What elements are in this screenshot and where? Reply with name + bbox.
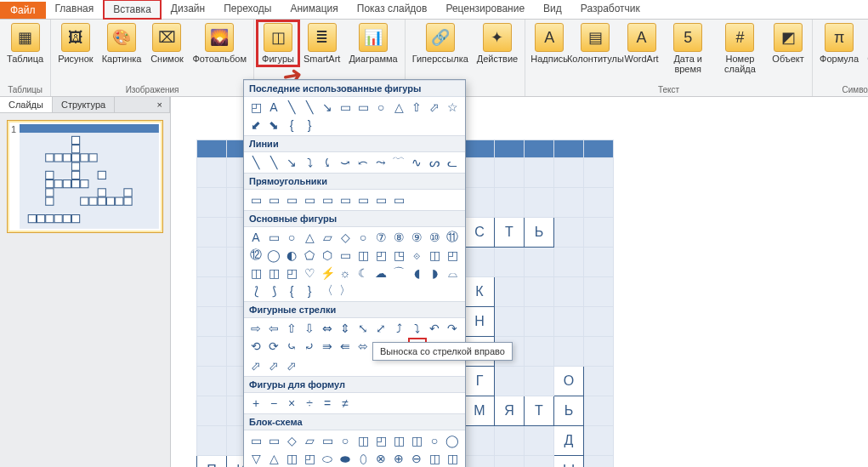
shape-item[interactable]: ⤻ — [337, 154, 354, 171]
shape-item[interactable]: ♡ — [301, 265, 318, 282]
shape-item[interactable]: ☆ — [444, 99, 461, 116]
shape-item[interactable]: ◳ — [390, 247, 407, 264]
shape-item[interactable]: ☾ — [355, 265, 372, 282]
shape-item[interactable]: ⌓ — [444, 265, 461, 282]
shape-item[interactable]: ◖ — [408, 265, 425, 282]
shape-item[interactable]: ⟅ — [247, 282, 264, 299]
shape-item[interactable]: = — [319, 395, 336, 412]
shape-item[interactable]: ⊕ — [390, 450, 407, 467]
tab-анимация[interactable]: Анимация — [281, 0, 347, 20]
shape-item[interactable]: A — [265, 99, 282, 116]
shape-item[interactable]: ↘ — [319, 99, 336, 116]
shape-item[interactable]: ᓚ — [444, 154, 461, 171]
shape-item[interactable]: ▭ — [337, 191, 354, 208]
table-button[interactable]: ▦Таблица — [3, 21, 47, 65]
shape-item[interactable]: ◇ — [337, 229, 354, 246]
shape-item[interactable]: ☼ — [337, 265, 354, 282]
shape-item[interactable]: ○ — [283, 229, 300, 246]
shape-item[interactable]: ▭ — [390, 191, 407, 208]
album-button[interactable]: 🌄Фотоальбом — [189, 21, 250, 65]
shape-item[interactable]: ◰ — [247, 99, 264, 116]
shape-item[interactable]: △ — [301, 229, 318, 246]
shape-item[interactable]: ▭ — [247, 191, 264, 208]
shape-item[interactable]: ◫ — [390, 432, 407, 449]
tab-outline[interactable]: Структура — [53, 97, 115, 112]
shape-item[interactable]: ▭ — [372, 191, 389, 208]
slidenum-button[interactable]: #Номер слайда — [714, 21, 766, 76]
shape-item[interactable]: ◫ — [265, 265, 282, 282]
shape-item[interactable]: ⬋ — [247, 117, 264, 134]
shape-item[interactable]: ⚡ — [319, 265, 336, 282]
close-icon[interactable]: × — [150, 97, 170, 112]
shape-item[interactable]: ○ — [426, 432, 443, 449]
shape-item[interactable]: ⤵ — [301, 154, 318, 171]
shape-item[interactable]: ﹋ — [390, 154, 407, 171]
shape-item[interactable]: ⬭ — [319, 450, 336, 467]
shape-item[interactable]: ⇦ — [265, 320, 282, 337]
shape-item[interactable]: ◰ — [372, 432, 389, 449]
shape-item[interactable]: ⑪ — [444, 229, 461, 246]
shape-item[interactable]: ◫ — [426, 450, 443, 467]
action-button[interactable]: ✦Действие — [474, 21, 521, 65]
shape-item[interactable]: ◐ — [283, 247, 300, 264]
shape-item[interactable]: ▱ — [301, 432, 318, 449]
shape-item[interactable]: ◫ — [247, 265, 264, 282]
shape-item[interactable]: ◫ — [444, 450, 461, 467]
crossword-cell[interactable]: П — [197, 456, 227, 468]
shape-item[interactable]: ↘ — [283, 154, 300, 171]
shape-item[interactable]: ◯ — [265, 247, 282, 264]
tab-slides[interactable]: Слайды — [0, 97, 53, 112]
shape-item[interactable]: A — [247, 229, 264, 246]
shape-item[interactable]: ⬀ — [426, 99, 443, 116]
shape-item[interactable]: ⊗ — [372, 450, 389, 467]
crossword-cell[interactable]: Т — [495, 218, 525, 248]
tab-показ слайдов[interactable]: Показ слайдов — [348, 0, 437, 20]
tab-разработчик[interactable]: Разработчик — [571, 0, 650, 20]
shape-item[interactable]: ⑫ — [247, 247, 264, 264]
shape-item[interactable]: { — [283, 282, 300, 299]
shape-item[interactable]: − — [265, 395, 282, 412]
shape-item[interactable]: 〈 — [319, 282, 336, 299]
shape-item[interactable]: ▽ — [247, 450, 264, 467]
shape-item[interactable]: ☁ — [372, 265, 389, 282]
shape-item[interactable]: ⬠ — [301, 247, 318, 264]
shape-item[interactable]: ⇛ — [319, 338, 336, 355]
shape-item[interactable]: ⟲ — [247, 338, 264, 355]
shape-item[interactable]: { — [283, 117, 300, 134]
shape-item[interactable]: ▭ — [355, 99, 372, 116]
shape-item[interactable]: △ — [390, 99, 407, 116]
shape-item[interactable]: ⤿ — [283, 338, 300, 355]
symbol-button[interactable]: ΩСимвол — [864, 21, 868, 65]
shape-item[interactable]: ⟆ — [265, 282, 282, 299]
shape-item[interactable]: ◰ — [372, 247, 389, 264]
shape-item[interactable]: ⑧ — [390, 229, 407, 246]
shape-item[interactable]: ▭ — [301, 191, 318, 208]
shape-item[interactable]: ⟳ — [265, 338, 282, 355]
crossword-cell[interactable]: С — [465, 218, 495, 248]
shape-item[interactable]: ⤹ — [319, 154, 336, 171]
object-button[interactable]: ◩Объект — [768, 21, 808, 65]
shape-item[interactable]: ◰ — [444, 247, 461, 264]
shape-item[interactable]: } — [301, 282, 318, 299]
shape-item[interactable]: ◫ — [355, 247, 372, 264]
shape-item[interactable]: × — [283, 395, 300, 412]
shape-item[interactable]: + — [247, 395, 264, 412]
shape-item[interactable]: ▭ — [247, 432, 264, 449]
shape-item[interactable]: ⇧ — [408, 99, 425, 116]
shape-item[interactable]: ⤾ — [301, 338, 318, 355]
shape-item[interactable]: ◯ — [444, 432, 461, 449]
crossword-cell[interactable]: К — [465, 277, 495, 307]
shape-item[interactable]: ↷ — [444, 320, 461, 337]
textbox-button[interactable]: AНадпись — [529, 21, 570, 65]
shape-item[interactable]: ⑦ — [372, 229, 389, 246]
shape-item[interactable]: ⤺ — [355, 154, 372, 171]
shape-item[interactable]: ⬀ — [283, 357, 300, 374]
crossword-cell[interactable]: Ь — [554, 396, 584, 426]
shape-item[interactable]: ○ — [355, 229, 372, 246]
shape-item[interactable]: ◇ — [283, 432, 300, 449]
tab-переходы[interactable]: Переходы — [214, 0, 281, 20]
shapes-button[interactable]: ◫Фигуры — [258, 21, 298, 65]
picture-button[interactable]: 🖼Рисунок — [54, 21, 97, 65]
shape-item[interactable]: ◰ — [283, 265, 300, 282]
shape-item[interactable]: ▭ — [265, 229, 282, 246]
